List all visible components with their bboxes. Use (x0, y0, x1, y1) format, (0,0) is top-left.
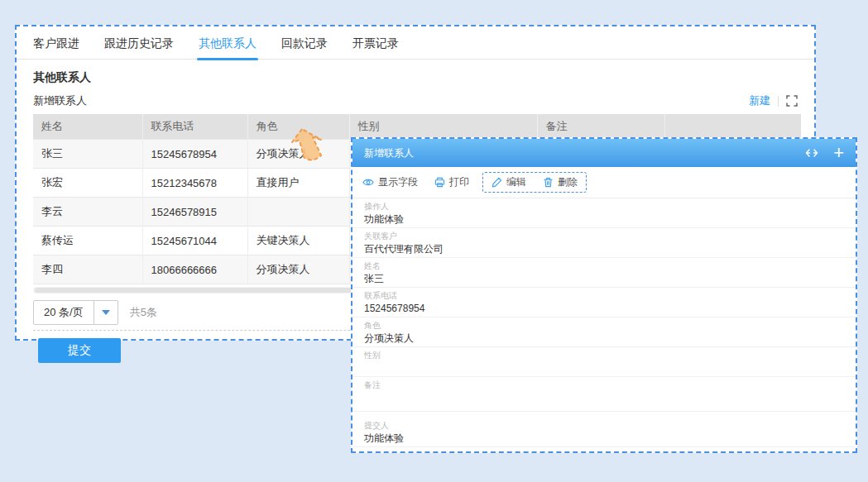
resize-horizontal-icon[interactable] (805, 148, 818, 158)
col-header-name: 姓名 (33, 114, 142, 140)
field-note: 备注 (352, 377, 856, 412)
cell-phone: 18066666666 (142, 255, 247, 284)
field-value: 15245678954 (364, 303, 844, 314)
edit-delete-group: 编辑 删除 (482, 172, 587, 193)
cell-role: 分项决策人 (247, 255, 349, 284)
field-label: 角色 (364, 321, 844, 330)
field-label: 提交人 (364, 421, 844, 430)
cell-phone: 15245678954 (142, 140, 247, 169)
field-label: 操作人 (364, 202, 844, 211)
cell-role (247, 198, 349, 227)
edit-label: 编辑 (506, 175, 526, 189)
table-header-row: 姓名 联系电话 角色 性别 备注 (33, 114, 801, 140)
cell-phone: 15212345678 (142, 169, 247, 198)
tab-bar: 客户跟进 跟进历史记录 其他联系人 回款记录 开票记录 (17, 26, 814, 60)
field-gender: 性别 (352, 347, 856, 377)
tab-followup-history[interactable]: 跟进历史记录 (104, 26, 174, 60)
tab-payment-records[interactable]: 回款记录 (281, 26, 328, 60)
field-submitter: 提交人 功能体验 (352, 418, 856, 447)
field-name: 姓名 张三 (352, 258, 856, 288)
panel-toolbar: 显示字段 打印 编辑 删除 (352, 167, 856, 198)
field-label: 提交时间 (364, 451, 844, 453)
contact-detail-panel: 新增联系人 + 显示字段 打印 (351, 137, 857, 453)
col-header-note: 备注 (537, 114, 664, 140)
fullscreen-icon[interactable] (786, 95, 798, 107)
field-value: 张三 (364, 273, 844, 284)
field-label: 备注 (364, 380, 844, 389)
new-contact-button[interactable]: 新建 (749, 93, 770, 108)
field-value (364, 362, 844, 374)
cell-name: 李云 (33, 198, 142, 227)
dropdown-arrow-box[interactable] (94, 301, 117, 324)
field-value (364, 392, 844, 408)
page-title: 其他联系人 (33, 70, 798, 85)
field-phone: 联系电话 15245678954 (352, 288, 856, 317)
print-button[interactable]: 打印 (434, 175, 469, 189)
col-header-phone: 联系电话 (142, 114, 247, 140)
panel-header-icons: + (805, 145, 844, 161)
edit-button[interactable]: 编辑 (492, 175, 526, 189)
col-header-blank (664, 114, 801, 140)
field-label: 关联客户 (364, 231, 844, 241)
field-list: 操作人 功能体验 关联客户 百代代理有限公司 姓名 张三 联系电话 152456… (352, 198, 856, 453)
field-value: 功能体验 (364, 213, 844, 225)
cell-phone: 15246578915 (142, 198, 247, 227)
show-fields-button[interactable]: 显示字段 (362, 175, 418, 189)
field-label: 姓名 (364, 261, 844, 270)
cell-phone: 15245671044 (142, 227, 247, 255)
panel-header: 新增联系人 + (352, 139, 856, 167)
field-label: 性别 (364, 351, 844, 360)
total-count: 共5条 (130, 305, 157, 320)
chevron-down-icon (102, 310, 110, 315)
eye-icon (362, 178, 374, 187)
cell-name: 张宏 (33, 169, 142, 198)
delete-button[interactable]: 删除 (543, 175, 578, 189)
trash-icon (543, 177, 554, 188)
table-toolbar: 新增联系人 新建 (33, 93, 798, 108)
cell-role: 直接用户 (247, 169, 349, 198)
printer-icon (434, 177, 445, 188)
tab-other-contacts[interactable]: 其他联系人 (199, 26, 257, 60)
print-label: 打印 (449, 175, 469, 189)
tab-invoice-records[interactable]: 开票记录 (352, 26, 399, 60)
submit-button[interactable]: 提交 (38, 338, 121, 363)
pencil-icon (492, 177, 502, 188)
field-role: 角色 分项决策人 (352, 317, 856, 347)
field-operator: 操作人 功能体验 (352, 198, 856, 228)
delete-label: 删除 (558, 175, 578, 189)
cell-name: 张三 (33, 140, 142, 169)
cell-name: 李四 (33, 255, 142, 284)
arrow-annotation (290, 126, 331, 168)
field-value: 百代代理有限公司 (364, 243, 844, 255)
plus-icon[interactable]: + (833, 145, 844, 161)
col-header-gender: 性别 (349, 114, 537, 140)
field-submit-time: 提交时间 2021-05-08 11:17:47 (352, 447, 856, 453)
field-value: 分项决策人 (364, 332, 844, 344)
cell-name: 蔡传运 (33, 227, 142, 255)
divider (778, 96, 779, 107)
page-size-value: 20 条/页 (34, 301, 94, 324)
subform-title: 新增联系人 (33, 93, 87, 108)
table-actions: 新建 (749, 93, 798, 108)
cell-role: 关键决策人 (247, 227, 349, 255)
page-size-select[interactable]: 20 条/页 (33, 300, 118, 325)
field-label: 联系电话 (364, 291, 844, 300)
panel-title: 新增联系人 (364, 146, 414, 160)
field-related-customer: 关联客户 百代代理有限公司 (352, 228, 856, 258)
show-fields-label: 显示字段 (378, 175, 418, 189)
tab-customer-followup[interactable]: 客户跟进 (33, 26, 79, 60)
field-value: 功能体验 (364, 432, 844, 444)
